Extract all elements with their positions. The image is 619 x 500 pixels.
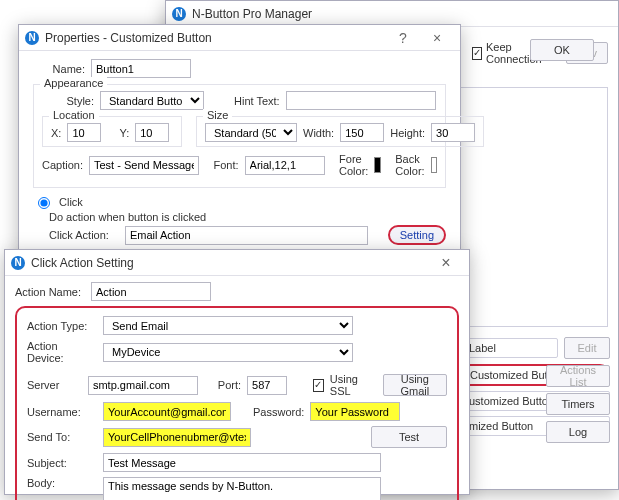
ssl-checkbox[interactable]: ✓ [313,379,324,392]
port-label: Port: [218,379,241,391]
timers-button[interactable]: Timers [546,393,610,415]
action-name-input[interactable] [91,282,211,301]
window-title: N-Button Pro Manager [192,7,312,21]
server-label: Server [27,379,82,391]
caption-input[interactable] [89,156,199,175]
location-legend: Location [49,109,99,121]
name-input[interactable] [91,59,191,78]
click-action-label: Click Action: [49,229,119,241]
titlebar[interactable]: N Click Action Setting × [5,250,469,276]
body-input[interactable]: This message sends by N-Button. [103,477,381,500]
setting-button[interactable]: Setting [388,225,446,245]
appearance-legend: Appearance [40,77,107,89]
help-button[interactable]: ? [386,30,420,46]
app-icon: N [172,7,186,21]
window-title: Click Action Setting [31,256,134,270]
width-input[interactable] [340,123,384,142]
window-title: Properties - Customized Button [45,31,212,45]
x-label: X: [51,127,61,139]
click-radio[interactable] [38,197,50,209]
style-label: Style: [42,95,94,107]
action-type-select[interactable]: Send Email [103,316,353,335]
y-label: Y: [119,127,129,139]
ok-button[interactable]: OK [530,39,594,61]
backcolor-swatch[interactable] [431,157,437,173]
forecolor-label: Fore Color: [339,153,368,177]
click-action-input[interactable] [125,226,368,245]
click-action-setting-window: N Click Action Setting × Action Name: Ac… [4,249,470,495]
x-input[interactable] [67,123,101,142]
email-config-panel: Action Type: Send Email Action Device: M… [15,306,459,500]
close-button[interactable]: × [429,254,463,272]
app-icon: N [11,256,25,270]
log-button[interactable]: Log [546,421,610,443]
forecolor-swatch[interactable] [374,157,380,173]
actions-list-button[interactable]: Actions List [546,365,610,387]
server-input[interactable] [88,376,198,395]
app-icon: N [25,31,39,45]
using-gmail-button[interactable]: Using Gmail [383,374,447,396]
size-group: Size Standard (50%) Width: Height: [196,116,484,147]
location-group: Location X: Y: [42,116,182,147]
subject-label: Subject: [27,457,97,469]
caption-label: Caption: [42,159,83,171]
subject-input[interactable] [103,453,381,472]
height-input[interactable] [431,123,475,142]
password-label: Password: [253,406,304,418]
hint-input[interactable] [286,91,436,110]
style-select[interactable]: Standard Button [100,91,204,110]
height-label: Height: [390,127,425,139]
ssl-label: Using SSL [330,373,371,397]
hint-label: Hint Text: [234,95,280,107]
close-button[interactable]: × [420,30,454,46]
click-desc: Do action when button is clicked [49,211,446,223]
font-input[interactable] [245,156,325,175]
titlebar[interactable]: N Properties - Customized Button ? × [19,25,460,51]
click-label: Click [59,196,83,208]
username-label: Username: [27,406,97,418]
label-button[interactable]: Label [458,338,558,358]
font-label: Font: [213,159,238,171]
username-input[interactable] [103,402,231,421]
size-preset-select[interactable]: Standard (50%) [205,123,297,142]
name-label: Name: [33,63,85,75]
keep-connection-checkbox[interactable]: ✓ [472,47,482,60]
password-input[interactable] [310,402,400,421]
backcolor-label: Back Color: [395,153,424,177]
action-device-label: Action Device: [27,340,97,364]
action-type-label: Action Type: [27,320,97,332]
sendto-input[interactable] [103,428,251,447]
test-button[interactable]: Test [371,426,447,448]
width-label: Width: [303,127,334,139]
port-input[interactable] [247,376,287,395]
action-name-label: Action Name: [15,286,85,298]
appearance-group: Appearance Style: Standard Button Hint T… [33,84,446,188]
y-input[interactable] [135,123,169,142]
sendto-label: Send To: [27,431,97,443]
properties-window: N Properties - Customized Button ? × Nam… [18,24,461,254]
body-label: Body: [27,477,97,489]
action-device-select[interactable]: MyDevice [103,343,353,362]
size-legend: Size [203,109,232,121]
